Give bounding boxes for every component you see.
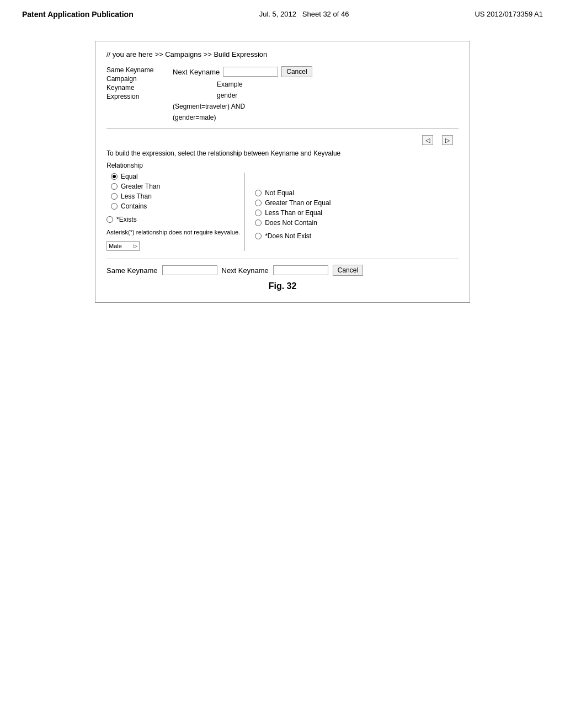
radio-greater-than-label: Greater Than <box>121 183 160 190</box>
instruction-text: To build the expression, select the rela… <box>106 149 459 157</box>
radio-contains-label: Contains <box>121 202 147 210</box>
campaign-label: Campaign <box>106 75 167 83</box>
bottom-section: Same Keyname Next Keyname Cancel <box>106 259 459 276</box>
next-keyname-input[interactable] <box>223 67 278 77</box>
radio-lte-circle[interactable] <box>255 210 262 216</box>
bottom-next-keyname-input[interactable] <box>273 265 328 275</box>
right-arrow-icon: ▷ <box>445 137 450 144</box>
vertical-divider <box>244 173 245 251</box>
next-keyname-label: Next Keyname <box>173 68 220 76</box>
next-keyname-row: Next Keyname Cancel <box>173 66 312 77</box>
male-dropdown[interactable]: Male ▷ <box>106 241 140 251</box>
same-keyname-label: Same Keyname <box>106 66 167 74</box>
radio-equal-label: Equal <box>121 173 138 180</box>
right-radio-column: Not Equal Greater Than or Equal Less Tha… <box>255 173 459 251</box>
relationship-label: Relationship <box>106 162 459 169</box>
radio-less-than-circle[interactable] <box>111 193 118 200</box>
publisher-label: Patent Application Publication <box>22 10 134 19</box>
radio-gte-label: Greater Than or Equal <box>265 199 331 207</box>
radio-does-not-exist-circle[interactable] <box>255 233 262 239</box>
radio-not-equal-circle[interactable] <box>255 190 262 196</box>
left-radio-column: Equal Greater Than Less Than Contains <box>106 173 240 251</box>
cancel-button-top[interactable]: Cancel <box>281 66 312 77</box>
radio-greater-than: Greater Than <box>111 183 240 190</box>
radio-does-not-contain: Does Not Contain <box>255 219 459 227</box>
prev-arrow-button[interactable]: ◁ <box>422 135 433 145</box>
radio-lte-label: Less Than or Equal <box>265 209 322 217</box>
date-label: Jul. 5, 2012 Sheet 32 of 46 <box>259 10 349 18</box>
example-text: Example <box>217 81 312 88</box>
radio-equal: Equal <box>111 173 240 180</box>
fig-label: Fig. 32 <box>106 281 459 291</box>
expression-line1: (Segment=traveler) AND <box>173 103 312 110</box>
radio-contains-circle[interactable] <box>111 203 118 210</box>
does-not-exist-label: *Does Not Exist <box>265 232 311 240</box>
radio-not-equal: Not Equal <box>255 189 459 197</box>
expression-label: Expression <box>106 93 167 100</box>
male-value: Male <box>109 243 122 249</box>
radio-does-not-contain-label: Does Not Contain <box>265 219 317 227</box>
exists-label: *Exists <box>116 216 137 223</box>
radio-not-equal-label: Not Equal <box>265 189 294 197</box>
bottom-same-keyname-label: Same Keyname <box>106 266 158 275</box>
radio-exists-circle[interactable] <box>106 216 113 223</box>
radio-does-not-contain-circle[interactable] <box>255 220 262 226</box>
radio-does-not-exist: *Does Not Exist <box>255 232 459 240</box>
radio-less-than-label: Less Than <box>121 192 152 200</box>
expression-line2: (gender=male) <box>173 114 312 121</box>
breadcrumb: // you are here >> Campaigns >> Build Ex… <box>106 50 459 58</box>
next-arrow-button[interactable]: ▷ <box>442 135 453 145</box>
section-bottom: Equal Greater Than Less Than Contains <box>106 173 459 251</box>
divider-top <box>106 128 459 129</box>
page-header: Patent Application Publication Jul. 5, 2… <box>0 0 565 19</box>
gender-text: gender <box>217 92 312 99</box>
radio-lte: Less Than or Equal <box>255 209 459 217</box>
radio-contains: Contains <box>111 202 240 210</box>
top-labels: Same Keyname Campaign Keyname Expression <box>106 66 167 121</box>
patent-label: US 2012/0173359 A1 <box>475 10 543 18</box>
asterisk-note: Asterisk(*) relationship does not requir… <box>106 229 240 235</box>
radio-greater-than-circle[interactable] <box>111 183 118 190</box>
radio-group-left: Equal Greater Than Less Than Contains <box>111 173 240 210</box>
top-right: Next Keyname Cancel Example gender (Segm… <box>173 66 312 121</box>
ui-panel: // you are here >> Campaigns >> Build Ex… <box>95 41 470 303</box>
dropdown-arrow-icon: ▷ <box>134 243 137 249</box>
radio-group-right: Not Equal Greater Than or Equal Less Tha… <box>255 189 459 227</box>
bottom-same-keyname-input[interactable] <box>162 265 217 275</box>
keyname-label: Keyname <box>106 84 167 92</box>
radio-equal-circle[interactable] <box>111 173 118 180</box>
radio-gte-circle[interactable] <box>255 200 262 206</box>
exists-row: *Exists <box>106 216 240 223</box>
cancel-button-bottom[interactable]: Cancel <box>333 265 363 276</box>
main-content: // you are here >> Campaigns >> Build Ex… <box>0 19 565 325</box>
top-section: Same Keyname Campaign Keyname Expression… <box>106 66 459 121</box>
male-row: Male ▷ <box>106 241 240 251</box>
radio-less-than: Less Than <box>111 192 240 200</box>
bottom-next-keyname-label: Next Keyname <box>222 266 269 275</box>
nav-arrow-row: ◁ ▷ <box>106 135 459 145</box>
radio-gte: Greater Than or Equal <box>255 199 459 207</box>
left-arrow-icon: ◁ <box>425 137 430 144</box>
